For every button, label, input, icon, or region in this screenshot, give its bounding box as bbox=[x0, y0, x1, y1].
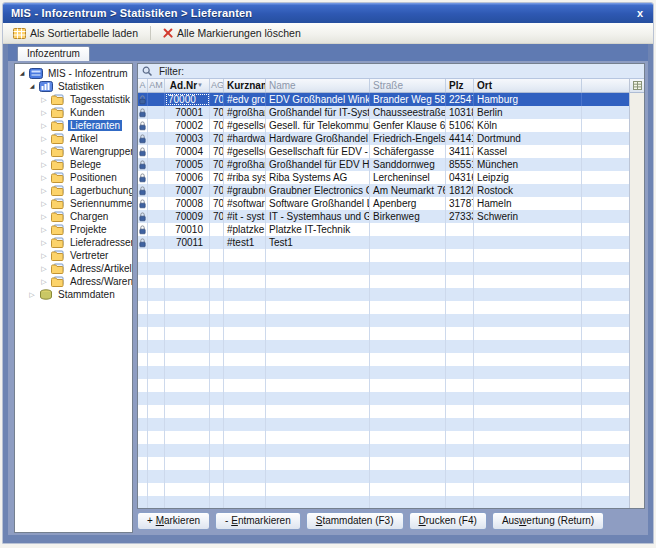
col-header-name[interactable]: Name bbox=[266, 79, 370, 92]
table-row[interactable] bbox=[138, 431, 629, 444]
Software Großhandel Lübke AG[interactable]: 70008 70 #software Software Großhandel L… bbox=[138, 197, 629, 210]
table-row[interactable] bbox=[138, 262, 629, 275]
table-row[interactable] bbox=[138, 405, 629, 418]
Platzke IT-Technik[interactable]: 70010 #platzke i Platzke IT-Technik bbox=[138, 223, 629, 236]
expander-icon[interactable]: ▷ bbox=[40, 210, 48, 223]
Riba Systems AG[interactable]: 70006 70 #riba syst Riba Systems AG Lerc… bbox=[138, 171, 629, 184]
expander-icon[interactable]: ▷ bbox=[40, 184, 48, 197]
clear-marks-button[interactable]: Alle Markierungen löschen bbox=[157, 24, 307, 42]
expander-icon[interactable]: ▷ bbox=[40, 119, 48, 132]
tree-node-root[interactable]: ◢ MIS - Infozentrum bbox=[15, 67, 132, 80]
tree-node-statistiken[interactable]: ◢ Statistiken bbox=[15, 80, 132, 93]
tree-item[interactable]: ▷ Seriennummern bbox=[15, 197, 132, 210]
IT - Systemhaus und Großhandel[interactable]: 70009 70 #it - syst IT - Systemhaus und … bbox=[138, 210, 629, 223]
col-header-ag[interactable]: AG bbox=[210, 79, 224, 92]
col-header-strasse[interactable]: Straße bbox=[370, 79, 446, 92]
Gesell. für Telekommunikation[interactable]: 70002 70 #gesellsch Gesell. für Telekomm… bbox=[138, 119, 629, 132]
table-row[interactable] bbox=[138, 327, 629, 340]
cell-empty bbox=[582, 197, 629, 210]
load-sorttable-button[interactable]: Als Sortiertabelle laden bbox=[7, 24, 144, 42]
Gesellschaft für EDV - Systeme[interactable]: 70004 70 #gesellsch Gesellschaft für EDV… bbox=[138, 145, 629, 158]
table-row[interactable] bbox=[138, 288, 629, 301]
expander-icon[interactable]: ▷ bbox=[40, 132, 48, 145]
tree-item[interactable]: ▷ Kunden bbox=[15, 106, 132, 119]
tree-item[interactable]: ▷ Belege bbox=[15, 158, 132, 171]
table-row[interactable] bbox=[138, 379, 629, 392]
table-row[interactable] bbox=[138, 392, 629, 405]
masterdata-button[interactable]: Stammdaten (F3) bbox=[306, 512, 404, 530]
table-row[interactable] bbox=[138, 483, 629, 496]
cell-plz bbox=[446, 340, 474, 353]
table-row[interactable] bbox=[138, 249, 629, 262]
cell-ort bbox=[474, 327, 582, 340]
cell-ort bbox=[474, 288, 582, 301]
expander-icon[interactable]: ▷ bbox=[40, 262, 48, 275]
expander-icon[interactable]: ▷ bbox=[28, 288, 36, 301]
Hardware Großhandel Dortmund[interactable]: 70003 70 #hardware Hardware Großhandel D… bbox=[138, 132, 629, 145]
expander-icon[interactable]: ▷ bbox=[40, 93, 48, 106]
unmark-button[interactable]: - Entmarkieren bbox=[215, 512, 301, 530]
Graubner Electronics GmbH[interactable]: 70007 70 #graubner Graubner Electronics … bbox=[138, 184, 629, 197]
tree-item[interactable]: ▷ Artikel bbox=[15, 132, 132, 145]
expander-icon[interactable]: ▷ bbox=[40, 158, 48, 171]
mark-button[interactable]: + Markieren bbox=[137, 512, 210, 530]
table-row[interactable] bbox=[138, 301, 629, 314]
table-row[interactable] bbox=[138, 353, 629, 366]
col-header-kurzname[interactable]: Kurzname bbox=[224, 79, 266, 92]
table-row[interactable] bbox=[138, 314, 629, 327]
tree-item[interactable]: ▷ Adress/Warengruppen bbox=[15, 275, 132, 288]
expander-icon[interactable]: ▷ bbox=[40, 223, 48, 236]
table-row[interactable] bbox=[138, 457, 629, 470]
tree-item[interactable]: ▷ Projekte bbox=[15, 223, 132, 236]
col-header-empty bbox=[582, 79, 629, 92]
col-header-adnr[interactable]: Ad.Nr▼ bbox=[165, 79, 210, 92]
EDV Großhandel Winkler GmbH[interactable]: 70000 70 #edv großh EDV Großhandel Winkl… bbox=[138, 93, 629, 106]
cell-strasse bbox=[370, 444, 446, 457]
tree-item[interactable]: ▷ Lieferanten bbox=[15, 119, 132, 132]
cell-name: Riba Systems AG bbox=[266, 171, 370, 184]
col-header-a[interactable]: A bbox=[138, 79, 148, 92]
Großhandel für IT-Systeme[interactable]: 70001 70 #großhande Großhandel für IT-Sy… bbox=[138, 106, 629, 119]
expander-icon[interactable]: ▷ bbox=[40, 171, 48, 184]
col-header-ort[interactable]: Ort bbox=[474, 79, 582, 92]
table-row[interactable] bbox=[138, 366, 629, 379]
expander-icon[interactable]: ▷ bbox=[40, 106, 48, 119]
table-row[interactable] bbox=[138, 444, 629, 457]
expander-icon[interactable]: ◢ bbox=[28, 80, 36, 93]
expander-icon[interactable]: ▷ bbox=[40, 197, 48, 210]
table-row[interactable] bbox=[138, 418, 629, 431]
expander-icon[interactable]: ▷ bbox=[40, 249, 48, 262]
tree-item[interactable]: ▷ Warengruppen bbox=[15, 145, 132, 158]
tree-item[interactable]: ▷ Chargen bbox=[15, 210, 132, 223]
titlebar[interactable]: MIS - Infozentrum > Statistiken > Liefer… bbox=[3, 3, 653, 23]
print-button[interactable]: Drucken (F4) bbox=[409, 512, 487, 530]
evaluate-button[interactable]: Auswertung (Return) bbox=[492, 512, 604, 530]
col-header-plz[interactable]: Plz bbox=[446, 79, 474, 92]
expander-icon[interactable]: ◢ bbox=[18, 67, 26, 80]
tree-item[interactable]: ▷ Tagesstatistik bbox=[15, 93, 132, 106]
expander-icon[interactable]: ▷ bbox=[40, 145, 48, 158]
cell-plz: 44141 bbox=[446, 132, 474, 145]
tree-item[interactable]: ▷ Lagerbuchungen bbox=[15, 184, 132, 197]
filter-bar[interactable]: Filter: bbox=[138, 64, 644, 79]
table-row[interactable] bbox=[138, 470, 629, 483]
table-row[interactable] bbox=[138, 496, 629, 508]
expander-icon[interactable]: ▷ bbox=[40, 275, 48, 288]
tab-infozentrum[interactable]: Infozentrum bbox=[17, 46, 90, 61]
close-icon[interactable]: x bbox=[635, 8, 645, 19]
tree-item[interactable]: ▷ Adress/Artikel bbox=[15, 262, 132, 275]
tree-item[interactable]: ▷ Positionen bbox=[15, 171, 132, 184]
column-chooser-icon[interactable] bbox=[630, 79, 644, 93]
tree-item[interactable]: ▷ Vertreter bbox=[15, 249, 132, 262]
table-row[interactable] bbox=[138, 275, 629, 288]
tree-item[interactable]: ▷ Lieferadressen bbox=[15, 236, 132, 249]
cell-ort bbox=[474, 353, 582, 366]
expander-icon[interactable]: ▷ bbox=[40, 236, 48, 249]
tree-node-stammdaten[interactable]: ▷ Stammdaten bbox=[15, 288, 132, 301]
Großhandel für EDV Hutner[interactable]: 70005 70 #großhande Großhandel für EDV H… bbox=[138, 158, 629, 171]
tree-label: Lieferadressen bbox=[68, 237, 133, 248]
cell-kurzname bbox=[224, 379, 266, 392]
table-row[interactable] bbox=[138, 340, 629, 353]
Test1[interactable]: 70011 #test1 Test1 bbox=[138, 236, 629, 249]
col-header-am[interactable]: AM bbox=[148, 79, 165, 92]
